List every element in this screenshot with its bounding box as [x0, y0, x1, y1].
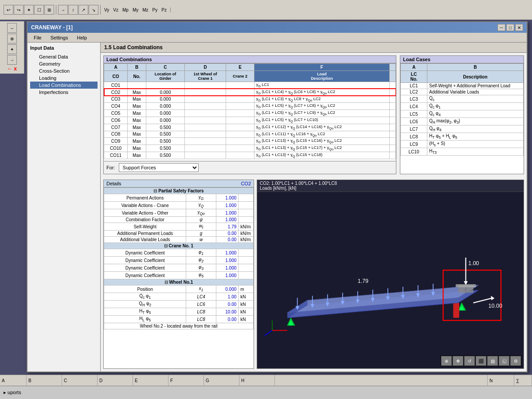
ss-cell-rest: [275, 375, 488, 386]
sidebar-item-geometry[interactable]: Geometry: [30, 60, 98, 67]
details-scroll[interactable]: ⊟ Partial Safety Factors Permanent Actio…: [104, 188, 254, 368]
table-row[interactable]: CO10Max0.500 γG (LC1 + LC13) + γQ (LC15 …: [104, 145, 396, 152]
vp-btn-2[interactable]: ✥: [453, 356, 463, 366]
cell-co1-formula: γG LC1: [254, 82, 389, 89]
sidebar-item-load-combinations[interactable]: Load Combinations: [30, 82, 98, 89]
cell-co2-scroll: [390, 89, 396, 96]
menu-bar: File Settings Help: [27, 33, 527, 43]
list-item[interactable]: LC8HT φ5 + HL φ5: [401, 133, 524, 141]
vp-btn-5[interactable]: ▨: [487, 356, 498, 366]
axis-x-label: ← x: [7, 66, 17, 72]
menu-file[interactable]: File: [29, 34, 46, 41]
toolbar-btn-5[interactable]: ⊞: [44, 5, 54, 15]
svg-rect-8: [453, 303, 459, 318]
col-f: F: [254, 64, 389, 71]
table-row-co2[interactable]: CO2 Max 0.000 γG (LC1 + LC4) + γQ (LC6 +…: [104, 89, 396, 96]
toolbar-btn-8[interactable]: ↗: [78, 5, 88, 15]
table-row[interactable]: CO8Max0.500 γG (LC1 + LC11) + γQ LC16 + …: [104, 131, 396, 138]
table-row[interactable]: CO4Max0.000 γG (LC1 + LC5) + γQ (LC7 + L…: [104, 103, 396, 110]
list-item: Self-Weight wt 1.79 kN/m: [104, 223, 254, 231]
ss-cell-c: C: [62, 375, 98, 386]
menu-help[interactable]: Help: [72, 34, 91, 41]
vp-btn-4[interactable]: ⬛: [476, 356, 486, 366]
table-row[interactable]: CO3Max0.000 γG (LC1 + LC3) + γQ LC8 + γQ…: [104, 96, 396, 103]
cell-co2-formula: γG (LC1 + LC4) + γQ (LC6 + LC8) + γQo LC…: [254, 89, 389, 96]
details-section-wheel: ⊟ Wheel No.1: [104, 279, 254, 286]
svg-rect-0: [257, 210, 524, 351]
menu-settings[interactable]: Settings: [46, 34, 73, 41]
vp-btn-3[interactable]: ↺: [464, 356, 475, 366]
table-row[interactable]: CO11Max0.500 γG (LC1 + LC13) + γQ (LC15 …: [104, 152, 396, 159]
toolbar-btn-7[interactable]: ↕: [68, 5, 78, 15]
list-item: Dynamic Coefficient φ5 1.000: [104, 272, 254, 279]
lc-subh-no: LCNo.: [401, 71, 427, 83]
section-header: 1.5 Load Combinations: [101, 43, 527, 53]
list-item[interactable]: LC6QH max(φ2, φ3): [401, 118, 524, 125]
minimize-button[interactable]: ─: [497, 24, 505, 31]
status-text: ▸ uports: [4, 390, 21, 395]
for-row: For: Support Forces Member Internal Forc…: [104, 161, 396, 174]
list-item[interactable]: LC3Qc: [401, 95, 524, 103]
lc-col-a: A: [401, 64, 427, 71]
col-b: B: [127, 64, 146, 71]
toolbar-btn-3[interactable]: ✦: [24, 5, 34, 15]
table-row[interactable]: CO5Max0.000 γG (LC1 + LC5) + γQ (LC7 + L…: [104, 110, 396, 117]
toolbar-label-vy: Vy: [102, 8, 111, 12]
sidebar-item-loading[interactable]: Loading: [30, 74, 98, 82]
lc-cases-table-wrapper[interactable]: A B LCNo. Description LC1Self-Weight + A…: [400, 63, 524, 174]
subh-location: Location ofGirder: [146, 71, 185, 82]
viewport-subheader: Loads [kN/m], [kN]: [260, 186, 521, 191]
table-row[interactable]: CO6Max0.000 γG (LC1 + LC5) + γQ (LC7 + L…: [104, 117, 396, 124]
table-row[interactable]: CO1 γG LC1: [104, 82, 396, 89]
list-item[interactable]: LC10HT3: [401, 148, 524, 156]
sidebar-item-general-data[interactable]: General Data: [30, 53, 98, 60]
list-item: Combination Factor ψ 1.000: [104, 217, 254, 223]
sidebar-item-cross-section[interactable]: Cross-Section: [30, 67, 98, 74]
toolbar-btn-6[interactable]: →: [58, 5, 68, 15]
left-icon-bar: ↔ ⊕ ✦ → ← x: [0, 21, 24, 74]
left-icon-4[interactable]: →: [7, 55, 17, 65]
left-icon-1[interactable]: ↔: [7, 23, 17, 33]
cell-co1-d: [184, 82, 226, 89]
table-row[interactable]: CO9Max0.500 γG (LC1 + LC13) + γQ (LC15 +…: [104, 138, 396, 145]
close-button[interactable]: ✕: [515, 24, 523, 31]
cell-co1-c: [146, 82, 185, 89]
toolbar-label-py: Py: [151, 8, 160, 12]
subh-load-desc: LoadDescription: [254, 71, 389, 82]
subh-co: CO: [104, 71, 128, 82]
col-c: C: [146, 64, 185, 71]
bottom-area: Details CO2 ⊟ Partial Safety Factors: [101, 177, 527, 372]
svg-rect-41: [456, 284, 476, 287]
list-item: Qc φ1 LC4 1.00 kN: [104, 293, 254, 301]
vp-btn-6[interactable]: ◱: [499, 356, 509, 366]
lc-table-wrapper[interactable]: A B C D E F CO No.: [104, 63, 396, 161]
toolbar-btn-4[interactable]: ☐: [34, 5, 44, 15]
toolbar-btn-9[interactable]: ↘: [89, 5, 98, 15]
vp-btn-1[interactable]: ⊕: [441, 356, 452, 366]
left-icon-3[interactable]: ✦: [7, 44, 17, 54]
cell-co2-type: Max: [127, 89, 146, 96]
vp-btn-7[interactable]: ⚙: [510, 356, 521, 366]
for-select[interactable]: Support Forces Member Internal Forces De…: [119, 163, 199, 172]
list-item[interactable]: LC1Self-Weight + Additional Permanent Lo…: [401, 83, 524, 89]
details-section-row: ⊟ Partial Safety Factors: [104, 188, 254, 194]
lc-cases-table: A B LCNo. Description LC1Self-Weight + A…: [400, 63, 524, 156]
list-item[interactable]: LC2Additional Variable Loads: [401, 89, 524, 95]
list-item[interactable]: LC9(Hs + S): [401, 141, 524, 148]
toolbar-btn-1[interactable]: ↩: [4, 5, 13, 15]
list-item[interactable]: LC5Qc φ4: [401, 110, 524, 118]
subh-scroll: [390, 71, 396, 82]
left-icon-2[interactable]: ⊕: [7, 34, 17, 43]
cell-co2: CO2: [104, 89, 128, 96]
toolbar-section-3: Vy Vz Mp My Mz Py Pz: [101, 8, 171, 12]
list-item[interactable]: LC7QH φ4: [401, 125, 524, 133]
table-row[interactable]: CO7Max0.500 γG (LC1 + LC12) + γQ (LC14 +…: [104, 124, 396, 131]
3d-visualization: 1.79 1.00: [257, 192, 524, 368]
toolbar-btn-2[interactable]: ↪: [14, 5, 23, 15]
maximize-button[interactable]: □: [506, 24, 514, 31]
toolbar-label-vz: Vz: [111, 8, 120, 12]
list-item[interactable]: LC4Qc φ1: [401, 103, 524, 110]
sidebar-item-imperfections[interactable]: Imperfections: [30, 89, 98, 96]
details-co-label: CO2: [241, 181, 251, 186]
subh-crane2: Crane 2: [226, 71, 254, 82]
